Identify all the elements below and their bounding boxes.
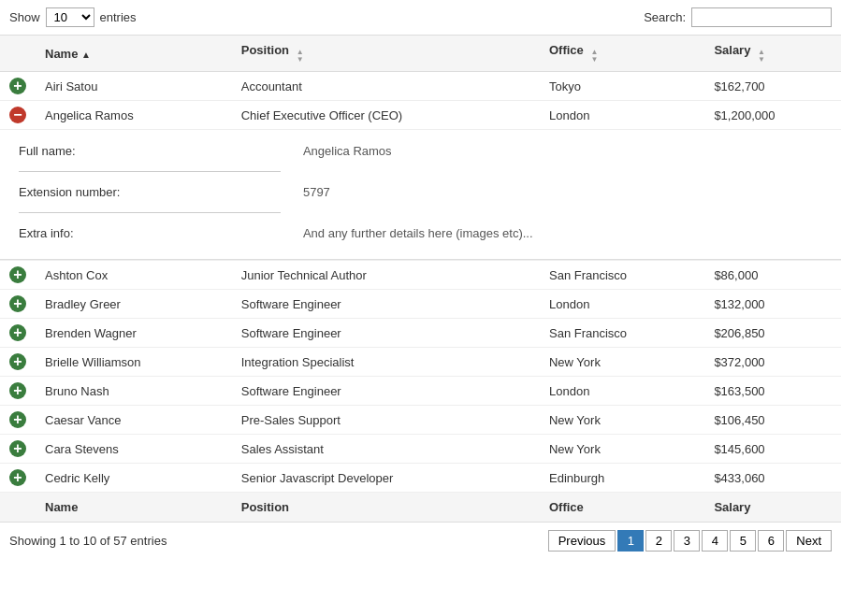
cell-name: Bruno Nash [36,377,232,406]
table-row: + Airi Satou Accountant Tokyo $162,700 [0,72,841,101]
icon-header [0,36,36,72]
detail-row: Full name: Angelica Ramos Extension numb… [0,130,841,261]
detail-cell: Full name: Angelica Ramos Extension numb… [0,130,841,261]
expand-icon[interactable]: + [9,411,26,428]
cell-salary: $163,500 [704,377,841,406]
entries-select[interactable]: 10 25 50 100 [46,7,94,27]
row-icon[interactable]: + [0,72,36,101]
detail-hr-row [19,163,822,180]
page-1-button[interactable]: 1 [617,530,644,552]
pagination: Previous 1 2 3 4 5 6 Next [548,530,832,552]
table-row: + Ashton Cox Junior Technical Author San… [0,261,841,290]
cell-name: Bradley Greer [36,290,232,319]
cell-salary: $433,060 [704,464,841,493]
expand-icon[interactable]: + [9,469,26,486]
page-5-button[interactable]: 5 [730,530,756,552]
cell-name: Brielle Williamson [36,348,232,377]
cell-name: Angelica Ramos [36,101,232,130]
detail-extra-row: Extra info: And any further details here… [19,222,822,245]
cell-position: Accountant [232,72,540,101]
col-salary[interactable]: Salary ▲▼ [704,36,841,72]
search-label: Search: [644,10,686,24]
table-row: − Angelica Ramos Chief Executive Officer… [0,101,841,130]
row-icon[interactable]: + [0,377,36,406]
footer-row: Name Position Office Salary [0,493,841,523]
page-3-button[interactable]: 3 [674,530,700,552]
expand-icon[interactable]: + [9,78,26,94]
detail-content: Full name: Angelica Ramos Extension numb… [0,130,841,260]
table-row: + Brenden Wagner Software Engineer San F… [0,319,841,348]
bottom-bar: Showing 1 to 10 of 57 entries Previous 1… [0,523,841,559]
cell-name: Cedric Kelly [36,464,232,493]
detail-table: Full name: Angelica Ramos Extension numb… [19,139,822,245]
cell-office: New York [540,435,704,464]
row-icon[interactable]: + [0,348,36,377]
cell-office: London [540,290,704,319]
table-row: + Caesar Vance Pre-Sales Support New Yor… [0,406,841,435]
detail-fullname-label: Full name: [19,139,303,163]
cell-position: Junior Technical Author [232,261,540,290]
search-input[interactable] [691,7,832,27]
detail-extension-label: Extension number: [19,180,303,204]
expand-icon[interactable]: + [9,440,26,457]
cell-name: Airi Satou [36,72,232,101]
show-label: Show [9,10,40,24]
cell-salary: $106,450 [704,406,841,435]
expand-icon[interactable]: + [9,324,26,341]
expand-icon[interactable]: + [9,266,26,283]
footer-col-position: Position [232,493,540,523]
entries-label: entries [100,10,137,24]
cell-position: Software Engineer [232,319,540,348]
collapse-icon[interactable]: − [9,107,26,123]
detail-extra-label: Extra info: [19,222,303,245]
page-6-button[interactable]: 6 [758,530,784,552]
header-row: Name ▲ Position ▲▼ Office ▲▼ Salary ▲▼ [0,36,841,72]
cell-salary: $162,700 [704,72,841,101]
main-table: Name ▲ Position ▲▼ Office ▲▼ Salary ▲▼ +… [0,35,841,523]
cell-office: London [540,101,704,130]
table-row: + Brielle Williamson Integration Special… [0,348,841,377]
table-row: + Cara Stevens Sales Assistant New York … [0,435,841,464]
cell-office: San Francisco [540,261,704,290]
detail-extra-value: And any further details here (images etc… [303,222,822,245]
cell-salary: $145,600 [704,435,841,464]
cell-office: Tokyo [540,72,704,101]
cell-salary: $86,000 [704,261,841,290]
show-entries: Show 10 25 50 100 entries [9,7,137,27]
page-2-button[interactable]: 2 [645,530,672,552]
table-row: + Cedric Kelly Senior Javascript Develop… [0,464,841,493]
row-icon[interactable]: + [0,435,36,464]
cell-office: New York [540,406,704,435]
detail-hr-row2 [19,204,822,222]
cell-position: Software Engineer [232,290,540,319]
cell-name: Caesar Vance [36,406,232,435]
cell-position: Integration Specialist [232,348,540,377]
cell-office: San Francisco [540,319,704,348]
row-icon[interactable]: + [0,319,36,348]
cell-position: Senior Javascript Developer [232,464,540,493]
cell-position: Sales Assistant [232,435,540,464]
cell-salary: $132,000 [704,290,841,319]
page-4-button[interactable]: 4 [702,530,728,552]
row-icon[interactable]: − [0,101,36,130]
expand-icon[interactable]: + [9,353,26,370]
cell-salary: $206,850 [704,319,841,348]
cell-salary: $1,200,000 [704,101,841,130]
cell-name: Cara Stevens [36,435,232,464]
previous-button[interactable]: Previous [548,530,616,552]
row-icon[interactable]: + [0,464,36,493]
cell-office: New York [540,348,704,377]
row-icon[interactable]: + [0,261,36,290]
row-icon[interactable]: + [0,406,36,435]
expand-icon[interactable]: + [9,382,26,399]
expand-icon[interactable]: + [9,295,26,312]
table-row: + Bradley Greer Software Engineer London… [0,290,841,319]
next-button[interactable]: Next [786,530,832,552]
col-name[interactable]: Name ▲ [36,36,232,72]
cell-office: London [540,377,704,406]
cell-position: Pre-Sales Support [232,406,540,435]
row-icon[interactable]: + [0,290,36,319]
footer-col-salary: Salary [704,493,841,523]
col-office[interactable]: Office ▲▼ [540,36,704,72]
col-position[interactable]: Position ▲▼ [232,36,540,72]
